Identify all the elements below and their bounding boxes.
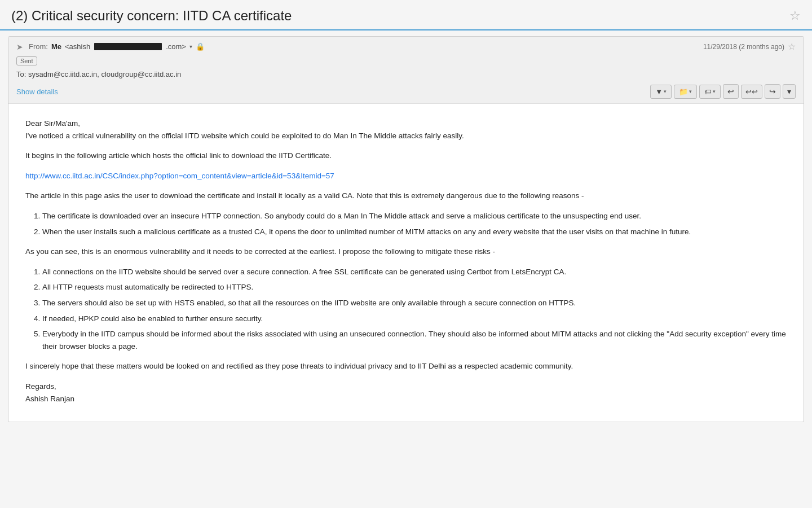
proposal-intro: As you can see, this is an enormous vuln… [25, 246, 787, 258]
tag-button[interactable]: 🏷 ▾ [699, 85, 721, 99]
sender-name: Ashish Ranjan [25, 395, 74, 403]
email-header-top: ➤ From: Me <ashish.com> ▾ 🔒 11/29/2018 (… [16, 41, 796, 54]
email-body: Dear Sir/Ma'am, I've noticed a critical … [8, 104, 804, 422]
proposals-list: All connections on the IITD website shou… [42, 266, 787, 353]
article-intro: It begins in the following article which… [25, 150, 787, 162]
filter-button[interactable]: ▼ ▾ [650, 85, 672, 99]
folder-dropdown-arrow: ▾ [689, 89, 692, 94]
action-buttons: ▼ ▾ 📁 ▾ 🏷 ▾ ↩ [650, 84, 796, 99]
forward-icon: ↪ [769, 87, 776, 96]
email-date: 11/29/2018 (2 months ago) [703, 43, 784, 51]
title-bar: (2) Critical security concern: IITD CA c… [0, 0, 812, 30]
lock-icon: 🔒 [196, 42, 205, 51]
proposal-3: The servers should also be set up with H… [42, 297, 787, 309]
sent-badge: Sent [16, 56, 37, 65]
reason-1: The certificate is downloaded over an in… [42, 210, 787, 222]
reply-icon: ↩ [727, 87, 734, 96]
reason-2: When the user installs such a malicious … [42, 226, 787, 238]
proposal-2: All HTTP requests must automatically be … [42, 281, 787, 294]
reply-arrow-icon: ➤ [16, 42, 23, 51]
proposal-1: All connections on the IITD website shou… [42, 266, 787, 278]
tag-icon: 🏷 [704, 87, 712, 96]
more-button[interactable]: ▾ [783, 84, 796, 99]
from-dropdown-button[interactable]: ▾ [189, 43, 192, 50]
reply-all-button[interactable]: ↩↩ [741, 85, 762, 99]
message-star-button[interactable]: ☆ [788, 41, 796, 52]
email-header: ➤ From: Me <ashish.com> ▾ 🔒 11/29/2018 (… [8, 37, 804, 104]
date-section: 11/29/2018 (2 months ago) ☆ [703, 41, 796, 52]
folder-button[interactable]: 📁 ▾ [674, 85, 697, 99]
proposal-5: Everybody in the IITD campus should be i… [42, 328, 787, 352]
filter-icon: ▼ [655, 87, 663, 96]
from-section: ➤ From: Me <ashish.com> ▾ 🔒 [16, 42, 205, 51]
iitd-link[interactable]: http://www.cc.iitd.ac.in/CSC/index.php?o… [25, 172, 334, 180]
closing: I sincerely hope that these matters woul… [25, 360, 787, 373]
show-details-link[interactable]: Show details [16, 87, 58, 96]
from-label: From: [29, 42, 48, 51]
email-subject: (2) Critical security concern: IITD CA c… [11, 8, 292, 24]
reply-all-icon: ↩↩ [745, 87, 758, 96]
sent-badge-row: Sent [16, 54, 796, 68]
show-details-bar: Show details ▼ ▾ 📁 ▾ 🏷 ▾ [16, 81, 796, 103]
email-container: ➤ From: Me <ashish.com> ▾ 🔒 11/29/2018 (… [8, 36, 804, 422]
forward-button[interactable]: ↪ [765, 84, 780, 99]
greeting: Dear Sir/Ma'am, I've noticed a critical … [25, 117, 787, 142]
star-button[interactable]: ☆ [789, 8, 801, 23]
redacted-email [94, 43, 162, 50]
proposal-4: If needed, HPKP could also be enabled to… [42, 313, 787, 325]
from-name: Me [51, 42, 61, 51]
reasons-list: The certificate is downloaded over an in… [42, 210, 787, 238]
article-link: http://www.cc.iitd.ac.in/CSC/index.php?o… [25, 170, 787, 182]
signature: Regards, Ashish Ranjan [25, 380, 787, 405]
more-icon: ▾ [787, 87, 791, 96]
to-line: To: sysadm@cc.iitd.ac.in, cloudgroup@cc.… [16, 68, 796, 81]
folder-icon: 📁 [679, 87, 688, 96]
filter-dropdown-arrow: ▾ [664, 89, 667, 94]
article-desc: The article in this page asks the user t… [25, 190, 787, 202]
regards: Regards, [25, 382, 56, 391]
reply-button[interactable]: ↩ [723, 84, 739, 99]
tag-dropdown-arrow: ▾ [713, 89, 716, 94]
from-email-prefix: <ashish [65, 42, 90, 51]
from-email-suffix: .com> [166, 42, 186, 51]
